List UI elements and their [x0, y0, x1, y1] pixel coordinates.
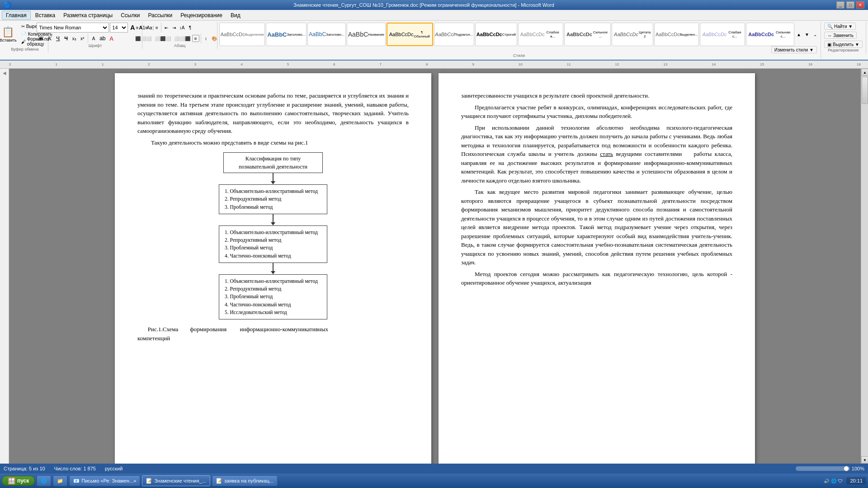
- letter-icon: 📧: [73, 478, 80, 484]
- numbering-button[interactable]: 1≡: [142, 24, 149, 31]
- style-slabaya[interactable]: AaBbCcDс Слабая с...: [700, 23, 745, 46]
- arrow2-head: [271, 222, 275, 225]
- font-label: Шрифт: [89, 43, 102, 48]
- menu-glavnaya[interactable]: Главная: [2, 11, 31, 20]
- font-group: Times New Roman 14 A A Aa Ж К Ч Ч x₂ x² …: [48, 22, 142, 49]
- menu-vid[interactable]: Вид: [227, 11, 244, 19]
- bullets-button[interactable]: ≡: [134, 24, 141, 31]
- align-right-button[interactable]: ⬜⬜⬛: [173, 35, 192, 42]
- text-highlight-button[interactable]: ab: [98, 35, 107, 42]
- menu-razmetka[interactable]: Разметка страницы: [60, 11, 116, 19]
- line-spacing-button[interactable]: ↕: [203, 35, 210, 42]
- multilevel-button[interactable]: ⋮≡: [150, 24, 160, 31]
- increase-indent-button[interactable]: ⇥: [170, 24, 178, 31]
- style-zagolovok1[interactable]: AaBbC Заголово...: [266, 23, 307, 46]
- menu-ssylki[interactable]: Ссылки: [117, 11, 143, 19]
- ruler: 211234567891011121314151618: [0, 61, 868, 69]
- right-para-3: При использовании данной технологии абсо…: [461, 123, 732, 185]
- style-strogiy[interactable]: AaBbCcDс Строгий: [475, 23, 517, 46]
- taskbar-folder[interactable]: 📁: [53, 475, 67, 486]
- language-indicator: русский: [105, 466, 123, 471]
- system-tray: 🔊 🌐 🛡: [822, 479, 844, 483]
- paragraph-group: ≡ 1≡ ⋮≡ ⇤ ⇥ ↕A ¶ ⬛⬜⬜ ⬜⬛⬜ ⬜⬜⬛ ≡ ↕ 🎨 ⊞ Абз…: [142, 22, 217, 49]
- status-bar: Страница: 5 из 10 Число слов: 1 875 русс…: [0, 464, 868, 474]
- font-size-select[interactable]: 14: [110, 23, 128, 33]
- sidebar-toggle[interactable]: ◀: [3, 70, 6, 75]
- start-button[interactable]: 🪟 пуск: [2, 476, 35, 486]
- style-obychny[interactable]: AaBbCcDс ¶ Обычный: [387, 23, 433, 46]
- styles-scroll-down[interactable]: ▼: [803, 28, 811, 40]
- find-button[interactable]: 🔍 Найти ▼: [824, 23, 856, 30]
- right-para-5: Метод проектов сегодня можно рассматрива…: [461, 270, 732, 287]
- box2-item4: 4. Частично-поисковый метод: [225, 252, 321, 260]
- change-styles-button[interactable]: Изменить стили ▼: [771, 46, 817, 53]
- diagram-box-3: 1. Объяснительно-иллюстративный метод 2.…: [219, 274, 327, 319]
- search-icon: 🔍: [827, 24, 833, 29]
- editing-label: Редактирование: [828, 48, 859, 52]
- arrow2-line: [273, 214, 274, 222]
- scroll-track[interactable]: [861, 76, 868, 456]
- taskbar-letter[interactable]: 📧 Письмо «Ре: Знамен...»: [69, 475, 140, 486]
- bold-button[interactable]: Ж: [37, 35, 45, 42]
- style-nazvanie[interactable]: AaBbC Название: [347, 23, 386, 46]
- ie-icon: 🌐: [41, 478, 47, 484]
- style-citata2[interactable]: AaBbCcDс Цитата 2: [612, 23, 653, 46]
- zoom-handle[interactable]: [844, 466, 849, 471]
- menu-rassylki[interactable]: Рассылки: [144, 11, 176, 19]
- replace-button[interactable]: ↔ Заменить: [824, 32, 857, 39]
- show-marks-button[interactable]: ¶: [186, 24, 193, 31]
- editing-group: 🔍 Найти ▼ ↔ Заменить ▣ Выделить ▼ Редакт…: [821, 22, 866, 53]
- cut-icon: ✂: [21, 24, 25, 29]
- arrow3-head: [271, 271, 275, 274]
- sort-button[interactable]: ↕A: [178, 24, 186, 31]
- box1-item1: 1. Объяснительно-иллюстративный метод: [225, 188, 321, 195]
- styles-scroll-up[interactable]: ▲: [795, 28, 802, 40]
- style-videlenie[interactable]: AaBbCcDс Выделение: [219, 23, 265, 46]
- style-silnaya[interactable]: AaBbCcDс Сильная с...: [746, 23, 794, 46]
- strikethrough-button[interactable]: Ч: [62, 35, 70, 42]
- style-slaboe[interactable]: AaBbCcDс Слабое в...: [518, 23, 563, 46]
- font-family-select[interactable]: Times New Roman: [37, 23, 109, 33]
- style-podzagolovok[interactable]: AaBbCcl Подзагол...: [434, 23, 475, 46]
- scroll-down-button[interactable]: ▼: [861, 456, 868, 464]
- italic-button[interactable]: К: [46, 35, 53, 42]
- left-sidebar: ◀: [0, 69, 9, 464]
- word-count: Число слов: 1 875: [54, 466, 96, 471]
- align-left-button[interactable]: ⬛⬜⬜: [134, 35, 153, 42]
- taskbar-ie[interactable]: 🌐: [37, 475, 51, 486]
- diagram-top-box: Классификация по типу познавательной дея…: [223, 152, 323, 173]
- select-button[interactable]: ▣ Выделить ▼: [824, 41, 863, 48]
- taskbar: 🪟 пуск 🌐 📁 📧 Письмо «Ре: Знамен...» 📝 Зн…: [0, 474, 868, 488]
- font-color-button[interactable]: A: [108, 35, 115, 42]
- justify-button[interactable]: ≡: [192, 35, 199, 42]
- menu-vstavka[interactable]: Вставка: [32, 11, 59, 19]
- decrease-indent-button[interactable]: ⇤: [163, 24, 170, 31]
- scroll-up-button[interactable]: ▲: [861, 69, 868, 76]
- taskbar-doc2[interactable]: 📝 заявка на публикац...: [212, 475, 278, 486]
- style-zagolovok2[interactable]: AaBbC Заголово...: [307, 23, 346, 46]
- style-silnoe[interactable]: AaBbCcDс Сильное ...: [564, 23, 611, 46]
- zoom-level: 100%: [852, 466, 864, 471]
- tray-icon-1: 🔊: [824, 479, 829, 483]
- menu-recenz[interactable]: Рецензирование: [177, 11, 226, 19]
- underline-button[interactable]: Ч: [54, 35, 61, 42]
- style-videlenie2[interactable]: AaBbCcDс Выделен...: [654, 23, 699, 46]
- text-effects-button[interactable]: A: [90, 35, 97, 42]
- styles-more[interactable]: ⌄: [811, 28, 819, 40]
- title-bar: 🔵 Знаменские чтения_Сургут_СОШ №10_Громе…: [0, 0, 868, 10]
- paste-button[interactable]: 📋 Вставить: [0, 23, 19, 47]
- maximize-button[interactable]: □: [846, 1, 854, 9]
- align-center-button[interactable]: ⬜⬛⬜: [153, 35, 172, 42]
- paste-label: Вставить: [0, 38, 17, 42]
- zoom-slider[interactable]: [796, 466, 850, 471]
- diagram-caption: Рис.1.Схема формирования информационно-к…: [137, 325, 409, 343]
- subscript-button[interactable]: x₂: [71, 35, 78, 42]
- document-area[interactable]: знаний по теоретическим и практическим о…: [9, 69, 861, 464]
- box2-item3: 3. Проблемный метод: [225, 244, 321, 252]
- scroll-thumb[interactable]: [862, 77, 868, 104]
- minimize-button[interactable]: _: [836, 1, 844, 9]
- taskbar-doc1[interactable]: 📝 Знаменские чтения_...: [142, 475, 210, 486]
- close-button[interactable]: ✕: [856, 1, 864, 9]
- superscript-button[interactable]: x²: [79, 35, 86, 42]
- shading-button[interactable]: 🎨: [210, 35, 218, 42]
